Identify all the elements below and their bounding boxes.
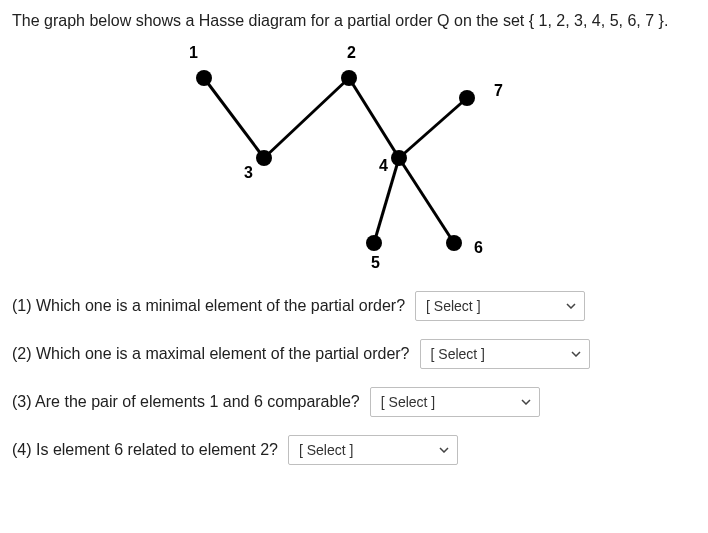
question-4-text: (4) Is element 6 related to element 2? [12, 441, 278, 459]
svg-point-6 [196, 70, 212, 86]
select-placeholder: [ Select ] [426, 298, 480, 314]
svg-point-11 [366, 235, 382, 251]
question-2-select[interactable]: [ Select ] [420, 339, 590, 369]
question-3-select[interactable]: [ Select ] [370, 387, 540, 417]
diagram-edges [204, 78, 467, 243]
diagram-nodes [196, 70, 475, 251]
question-4-select[interactable]: [ Select ] [288, 435, 458, 465]
chevron-down-icon [521, 399, 531, 405]
svg-line-2 [349, 78, 399, 158]
node-label-4: 4 [379, 157, 388, 174]
node-label-7: 7 [494, 82, 503, 99]
question-2-text: (2) Which one is a maximal element of th… [12, 345, 410, 363]
svg-point-12 [446, 235, 462, 251]
node-label-3: 3 [244, 164, 253, 181]
question-3-row: (3) Are the pair of elements 1 and 6 com… [12, 387, 696, 417]
node-label-5: 5 [371, 254, 380, 271]
question-1-select[interactable]: [ Select ] [415, 291, 585, 321]
hasse-diagram-container: 1 2 7 3 4 5 6 [12, 38, 696, 273]
svg-line-5 [399, 158, 454, 243]
question-3-text: (3) Are the pair of elements 1 and 6 com… [12, 393, 360, 411]
svg-point-7 [341, 70, 357, 86]
node-label-6: 6 [474, 239, 483, 256]
question-4-row: (4) Is element 6 related to element 2? [… [12, 435, 696, 465]
question-2-row: (2) Which one is a maximal element of th… [12, 339, 696, 369]
question-1-text: (1) Which one is a minimal element of th… [12, 297, 405, 315]
hasse-diagram: 1 2 7 3 4 5 6 [149, 38, 559, 273]
node-label-1: 1 [189, 44, 198, 61]
select-placeholder: [ Select ] [299, 442, 353, 458]
svg-point-9 [256, 150, 272, 166]
svg-line-3 [399, 98, 467, 158]
node-label-2: 2 [347, 44, 356, 61]
select-placeholder: [ Select ] [431, 346, 485, 362]
svg-line-1 [264, 78, 349, 158]
intro-text: The graph below shows a Hasse diagram fo… [12, 12, 696, 30]
svg-point-10 [391, 150, 407, 166]
chevron-down-icon [566, 303, 576, 309]
chevron-down-icon [571, 351, 581, 357]
select-placeholder: [ Select ] [381, 394, 435, 410]
svg-point-8 [459, 90, 475, 106]
question-1-row: (1) Which one is a minimal element of th… [12, 291, 696, 321]
svg-line-0 [204, 78, 264, 158]
chevron-down-icon [439, 447, 449, 453]
